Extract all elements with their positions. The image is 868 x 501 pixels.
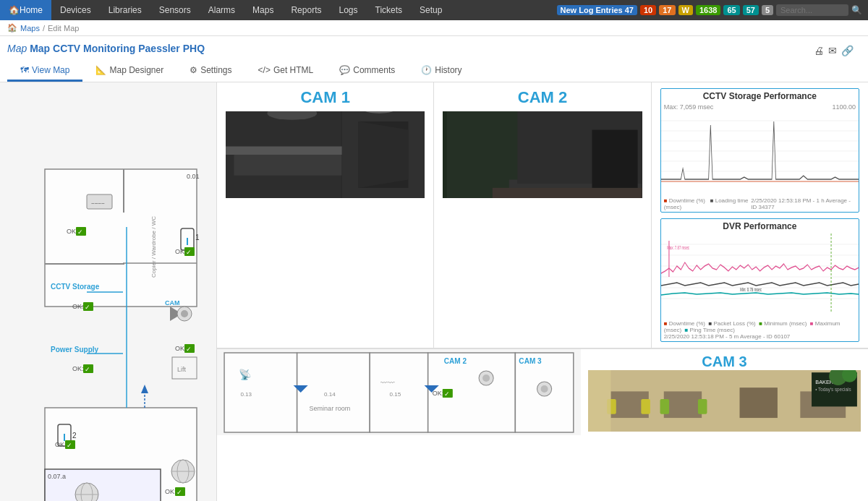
tab-get-html[interactable]: </> Get HTML <box>245 61 327 82</box>
tab-history[interactable]: 🕐 History <box>408 61 475 82</box>
map-designer-icon: 📐 <box>95 65 106 75</box>
page-action-share[interactable]: 🔗 <box>841 45 854 56</box>
breadcrumb: 🏠 Maps / Edit Map <box>0 20 868 36</box>
badge-orange[interactable]: 17 <box>659 5 675 15</box>
view-map-icon: 🗺 <box>20 65 29 75</box>
svg-text:OK:: OK: <box>433 390 444 397</box>
svg-text:OK:: OK: <box>72 365 84 372</box>
page-title: Map Map CCTV Monitoring Paessler PHQ <box>7 43 205 54</box>
floor-plan-wrapper: 0.01 Copier / Wardrobe / WC Lift 0.07.a <box>0 82 217 501</box>
svg-text:✓: ✓ <box>444 390 450 398</box>
svg-text:✓: ✓ <box>186 346 192 353</box>
badge-green[interactable]: 1638 <box>696 5 720 15</box>
comments-icon: 💬 <box>339 65 350 75</box>
nav-sensors[interactable]: Sensors <box>150 0 200 20</box>
chart-dvr-perf: DVR Performance <box>660 218 859 342</box>
cam3-section: CAM 3 <box>581 349 868 435</box>
svg-text:OK:: OK: <box>55 441 67 448</box>
nav-tickets[interactable]: Tickets <box>367 0 412 20</box>
svg-point-27 <box>181 310 188 317</box>
badge-red[interactable]: 10 <box>640 5 656 15</box>
svg-text:CCTV Storage: CCTV Storage <box>51 283 100 291</box>
svg-text:0.01: 0.01 <box>187 173 200 180</box>
search-icon[interactable]: 🔍 <box>851 5 862 15</box>
breadcrumb-icon: 🏠 <box>7 23 17 33</box>
svg-rect-130 <box>739 387 777 418</box>
floor-plan: 0.01 Copier / Wardrobe / WC Lift 0.07.a <box>0 82 217 501</box>
get-html-icon: </> <box>258 65 271 75</box>
cam3-title: CAM 3 <box>588 354 861 370</box>
svg-text:1: 1 <box>195 234 200 241</box>
svg-text:✓: ✓ <box>186 249 192 256</box>
tab-view-map[interactable]: 🗺 View Map <box>7 61 82 82</box>
home-icon: 🏠 <box>9 5 20 15</box>
nav-maps[interactable]: Maps <box>244 0 282 20</box>
svg-text:OK:: OK: <box>175 248 187 255</box>
svg-text:CAM 3: CAM 3 <box>519 357 542 365</box>
nav-setup[interactable]: Setup <box>411 0 451 20</box>
nav-home[interactable]: 🏠 Home <box>0 0 51 20</box>
chart-dvr-svg-area: Max: 7.87 msec Min: 0.78 msec <box>661 234 859 320</box>
nav-devices[interactable]: Devices <box>51 0 100 20</box>
svg-rect-2 <box>123 169 124 213</box>
svg-text:✓: ✓ <box>77 228 83 236</box>
bottom-map: 0.13 0.14 0.15 Seminar room CAM 2 ✓ OK: … <box>217 349 581 435</box>
svg-text:0.14: 0.14 <box>324 391 336 398</box>
search-input[interactable] <box>776 4 848 16</box>
svg-text:0.13: 0.13 <box>240 391 252 398</box>
nav-libraries[interactable]: Libraries <box>100 0 150 20</box>
svg-text:• Today's specials: • Today's specials <box>815 387 851 393</box>
svg-text:Copier / Wardrobe / WC: Copier / Wardrobe / WC <box>150 216 157 278</box>
breadcrumb-maps[interactable]: Maps <box>20 24 40 33</box>
page-action-email[interactable]: ✉ <box>828 45 837 56</box>
bottom-strip: 0.13 0.14 0.15 Seminar room CAM 2 ✓ OK: … <box>217 348 868 435</box>
cam2-title: CAM 2 <box>443 88 642 107</box>
svg-text:Power Supply: Power Supply <box>51 346 99 354</box>
cam1-title: CAM 1 <box>226 88 425 107</box>
svg-rect-84 <box>592 130 638 188</box>
svg-text:2: 2 <box>72 432 77 440</box>
svg-text:Min: 0.78 msec: Min: 0.78 msec <box>740 286 762 293</box>
badge-teal-1[interactable]: 65 <box>723 5 739 15</box>
svg-text:✓: ✓ <box>176 489 182 496</box>
svg-text:OK:: OK: <box>72 303 84 310</box>
svg-rect-3 <box>45 263 124 265</box>
tab-comments[interactable]: 💬 Comments <box>326 61 408 82</box>
svg-rect-93 <box>661 234 859 313</box>
tabs: 🗺 View Map 📐 Map Designer ⚙ Settings </>… <box>7 61 861 82</box>
tab-map-designer[interactable]: 📐 Map Designer <box>82 61 176 82</box>
cam1-section: CAM 1 <box>217 82 434 348</box>
svg-text:〰〰: 〰〰 <box>380 379 395 387</box>
nav-logs[interactable]: Logs <box>330 0 366 20</box>
nav-alarms[interactable]: Alarms <box>200 0 244 20</box>
floor-plan-svg: 0.01 Copier / Wardrobe / WC Lift 0.07.a <box>0 82 217 501</box>
nav-right-badges: New Log Entries 47 10 17 W 1638 65 57 5 … <box>557 4 868 16</box>
svg-marker-12 <box>141 385 148 393</box>
page-action-print[interactable]: 🖨 <box>814 45 824 56</box>
cam1-image <box>226 111 425 198</box>
cam2-image <box>443 111 642 198</box>
breadcrumb-edit-map: Edit Map <box>48 24 79 33</box>
svg-rect-129 <box>664 391 702 418</box>
badge-teal-2[interactable]: 57 <box>743 5 759 15</box>
svg-rect-134 <box>660 399 669 414</box>
badge-gray[interactable]: 5 <box>762 5 773 15</box>
cam3-image: BAKER • Today's specials <box>588 370 861 432</box>
tab-settings[interactable]: ⚙ Settings <box>176 61 244 82</box>
cam-images-row: CAM 1 <box>217 82 868 348</box>
svg-text:CAM 2: CAM 2 <box>444 357 467 365</box>
svg-text:✓: ✓ <box>67 442 72 449</box>
badge-log-entries[interactable]: New Log Entries 47 <box>557 5 637 15</box>
svg-point-122 <box>541 385 548 393</box>
badge-yellow[interactable]: W <box>678 5 693 15</box>
svg-text:Max: 7.87 msec: Max: 7.87 msec <box>667 244 689 251</box>
svg-text:OK:: OK: <box>175 345 187 352</box>
svg-text:OK:: OK: <box>67 228 78 235</box>
svg-text:~~~~: ~~~~ <box>91 200 105 207</box>
svg-rect-105 <box>224 353 297 432</box>
svg-rect-133 <box>641 399 650 414</box>
svg-rect-139 <box>588 370 610 432</box>
svg-text:📡: 📡 <box>239 368 252 381</box>
svg-text:✓: ✓ <box>85 304 90 311</box>
nav-reports[interactable]: Reports <box>282 0 330 20</box>
